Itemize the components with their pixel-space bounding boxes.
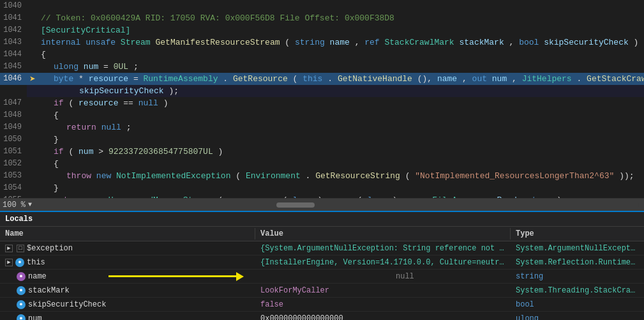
local-name-this: ▶ ● this xyxy=(0,257,255,268)
code-editor: 1040 1041 // Token: 0x0600429A RID: 1705… xyxy=(0,0,644,198)
local-value-this: {InstallerEngine, Version=14.1710.0.0, C… xyxy=(255,257,511,268)
code-line: 1051 if ( num > 9223372036854775807UL ) xyxy=(0,146,644,158)
expand-icon[interactable]: ▶ xyxy=(5,259,13,266)
local-type-name: string xyxy=(511,271,644,282)
local-row[interactable]: ▶ ● this {InstallerEngine, Version=14.17… xyxy=(0,255,644,270)
code-line: 1047 if ( resource == null ) xyxy=(0,97,644,109)
locals-panel: Locals Name Value Type ▶ □ $exception {S… xyxy=(0,211,644,320)
expand-icon2[interactable]: □ xyxy=(17,245,24,252)
local-name-exception: ▶ □ $exception xyxy=(0,243,255,254)
code-line: 1049 return null ; xyxy=(0,121,644,133)
code-line: 1045 ulong num = 0UL ; xyxy=(0,61,644,73)
col-value: Value xyxy=(255,228,511,240)
local-name-name: ● name xyxy=(0,271,255,282)
local-name-stackmark: ● stackMark xyxy=(0,285,255,296)
local-row[interactable]: ● stackMark LookForMyCaller System.Threa… xyxy=(0,284,644,298)
locals-title: Locals xyxy=(0,212,644,227)
code-line: 1054 } xyxy=(0,182,644,194)
var-icon: ● xyxy=(17,272,26,281)
local-value-name: null xyxy=(255,271,511,282)
code-line-debug: 1046 ➤ byte * resource = RuntimeAssembly… xyxy=(0,73,644,85)
local-type-this: System.Reflection.RuntimeAssem... xyxy=(511,257,644,268)
local-row[interactable]: ● num 0x0000000000000000 ulong xyxy=(0,312,644,320)
local-row[interactable]: ● skipSecurityCheck false bool xyxy=(0,298,644,312)
local-row[interactable]: ▶ □ $exception {System.ArgumentNullExcep… xyxy=(0,241,644,255)
local-value-num: 0x0000000000000000 xyxy=(255,313,511,321)
locals-rows: ▶ □ $exception {System.ArgumentNullExcep… xyxy=(0,241,644,320)
local-type-num: ulong xyxy=(511,313,644,321)
var-icon: ● xyxy=(15,258,24,267)
code-line: 1041 // Token: 0x0600429A RID: 17050 RVA… xyxy=(0,12,644,24)
code-line: 1040 xyxy=(0,0,644,12)
code-line-continuation: skipSecurityCheck ); xyxy=(0,85,644,97)
code-line: 1042 [SecurityCritical] xyxy=(0,24,644,36)
local-row-name[interactable]: ● name null string xyxy=(0,270,644,284)
local-name-num: ● num xyxy=(0,313,255,321)
var-icon: ● xyxy=(17,300,26,309)
local-type-exception: System.ArgumentNullException xyxy=(511,243,644,254)
local-value-exception: {System.ArgumentNullException: String re… xyxy=(255,243,511,254)
code-lines: 1040 1041 // Token: 0x0600429A RID: 1705… xyxy=(0,0,644,198)
editor-scrollbar[interactable]: 100 % ▼ xyxy=(0,198,644,211)
zoom-label: 100 % xyxy=(3,201,26,210)
local-name-skip: ● skipSecurityCheck xyxy=(0,299,255,310)
code-line: 1044 { xyxy=(0,49,644,61)
local-value-skip: false xyxy=(255,299,511,310)
scroll-thumb[interactable] xyxy=(276,202,315,208)
horizontal-scrollbar[interactable] xyxy=(34,202,639,208)
var-icon: ● xyxy=(17,286,26,295)
code-line: 1048 { xyxy=(0,109,644,121)
local-type-stackmark: System.Threading.StackCrawlMark xyxy=(511,285,644,296)
col-name: Name xyxy=(0,228,255,240)
expand-icon[interactable]: ▶ xyxy=(5,245,13,252)
var-icon: ● xyxy=(17,314,26,321)
local-type-skip: bool xyxy=(511,299,644,310)
code-line: 1043 internal unsafe Stream GetManifestR… xyxy=(0,36,644,49)
locals-column-headers: Name Value Type xyxy=(0,227,644,241)
code-line: 1052 { xyxy=(0,158,644,170)
zoom-dropdown-icon[interactable]: ▼ xyxy=(28,201,32,208)
col-type: Type xyxy=(511,228,644,240)
zoom-control[interactable]: 100 % ▼ xyxy=(3,201,32,210)
code-line: 1055 return new UnmanagedMemoryStream ( … xyxy=(0,194,644,198)
code-line: 1053 throw new NotImplementedException (… xyxy=(0,170,644,182)
code-line: 1050 } xyxy=(0,133,644,146)
local-value-stackmark: LookForMyCaller xyxy=(255,285,511,296)
